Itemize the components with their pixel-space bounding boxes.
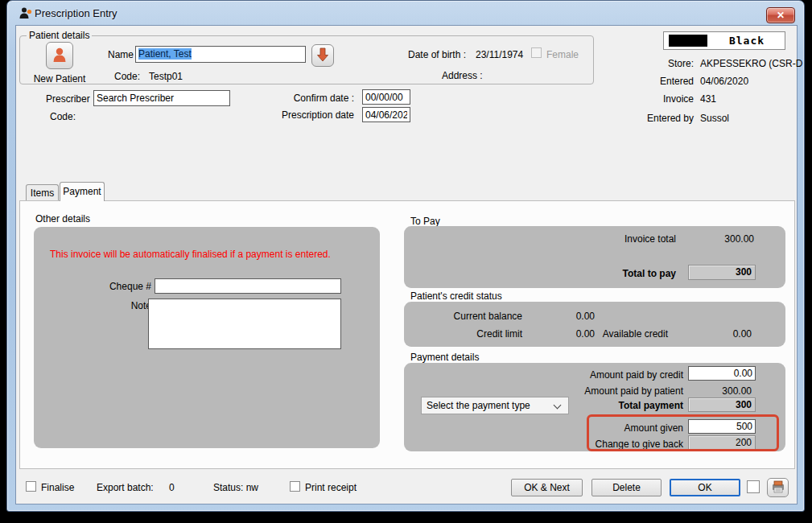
current-balance-value: 0.00 <box>546 311 595 322</box>
code-value: Testp01 <box>149 71 183 82</box>
name-lookup-button[interactable] <box>311 44 334 67</box>
amount-paid-by-patient-label: Amount paid by patient <box>571 385 683 397</box>
change-to-give-back-value: 200 <box>688 435 756 450</box>
payment-type-value: Select the payment type <box>427 400 530 411</box>
change-to-give-back-label: Change to give back <box>571 439 683 450</box>
tab-payment[interactable]: Payment <box>60 182 105 201</box>
other-details-label: Other details <box>35 213 90 224</box>
credit-status-panel <box>404 302 785 347</box>
prescription-date-input[interactable] <box>362 107 410 122</box>
dob-label: Date of birth : <box>408 49 466 60</box>
entered-by-value: Sussol <box>700 113 729 124</box>
current-balance-label: Current balance <box>426 311 522 322</box>
available-credit-value: 0.00 <box>703 328 752 340</box>
confirm-date-input[interactable] <box>362 89 410 105</box>
patient-details-legend: Patient details <box>27 30 92 41</box>
ok-button[interactable]: OK <box>670 479 740 496</box>
prescription-date-label: Prescription date <box>274 109 354 121</box>
amount-paid-by-patient-value: 300.00 <box>703 385 752 397</box>
person-badge-icon <box>19 6 32 20</box>
entered-by-label: Entered by <box>597 113 694 124</box>
export-batch-value: 0 <box>169 482 175 493</box>
amount-paid-by-credit-label: Amount paid by credit <box>571 369 683 381</box>
cheque-input[interactable] <box>155 278 341 294</box>
invoice-total-label: Invoice total <box>579 233 676 245</box>
delete-button[interactable]: Delete <box>591 479 662 496</box>
store-value: AKPESSEKRO (CSR-D PUBLIC) <box>700 58 812 69</box>
prescriber-code-label: Code: <box>50 111 76 122</box>
colour-swatch <box>669 35 707 47</box>
entered-value: 04/06/2020 <box>700 76 748 87</box>
new-patient-label: New Patient <box>31 73 88 84</box>
invoice-label: Invoice <box>597 93 694 105</box>
cheque-label: Cheque # <box>95 281 151 292</box>
invoice-total-value: 300.00 <box>674 233 754 245</box>
close-icon[interactable]: ✕ <box>766 7 795 23</box>
prescriber-input[interactable] <box>93 90 230 106</box>
status-text: Status: nw <box>213 482 258 493</box>
credit-limit-label: Credit limit <box>426 328 522 340</box>
payment-type-select[interactable]: Select the payment type <box>421 397 569 414</box>
title-bar[interactable]: Prescription Entry ✕ <box>7 1 804 25</box>
window-title: Prescription Entry <box>35 7 117 19</box>
amount-given-input[interactable] <box>688 419 756 434</box>
finalise-checkbox[interactable] <box>26 481 36 492</box>
credit-status-label: Patient's credit status <box>410 290 502 302</box>
payment-details-label: Payment details <box>410 352 479 363</box>
code-label: Code: <box>114 71 140 82</box>
person-icon <box>51 46 68 66</box>
female-label: Female <box>546 49 579 60</box>
prescription-entry-window: Prescription Entry ✕ Patient details New… <box>6 0 805 512</box>
print-button[interactable] <box>767 478 789 497</box>
invoice-value: 431 <box>700 93 716 105</box>
address-label: Address : <box>442 70 483 81</box>
export-batch-label: Export batch: <box>97 482 154 493</box>
printer-icon <box>771 480 785 496</box>
colour-name: Black <box>712 35 781 47</box>
female-checkbox[interactable] <box>531 47 542 58</box>
available-credit-label: Available credit <box>587 328 668 340</box>
dialog-body: Patient details New Patient Name Patient… <box>15 25 798 504</box>
finalise-label: Finalise <box>41 482 74 493</box>
total-to-pay-label: Total to pay <box>579 268 676 279</box>
print-toggle-checkbox[interactable] <box>747 480 760 493</box>
total-payment-value: 300 <box>688 397 756 412</box>
note-textarea[interactable] <box>148 299 341 349</box>
down-arrow-icon <box>316 47 329 64</box>
tab-items[interactable]: Items <box>26 184 59 201</box>
name-input[interactable]: Patient, Test <box>135 46 306 63</box>
to-pay-label: To Pay <box>410 216 440 227</box>
chevron-down-icon <box>554 402 562 410</box>
note-label: Note <box>95 300 151 311</box>
print-receipt-checkbox[interactable] <box>290 481 300 492</box>
colour-dropdown[interactable]: Black <box>663 31 785 50</box>
total-to-pay-value: 300 <box>688 265 756 280</box>
amount-paid-by-credit-input[interactable] <box>688 366 756 381</box>
new-patient-button[interactable] <box>46 42 73 69</box>
dob-value: 23/11/1974 <box>476 49 523 60</box>
confirm-date-label: Confirm date : <box>274 93 354 104</box>
print-receipt-label: Print receipt <box>305 482 357 493</box>
name-label: Name <box>108 49 134 60</box>
amount-given-label: Amount given <box>571 422 683 434</box>
store-label: Store: <box>597 58 694 69</box>
ok-next-button[interactable]: OK & Next <box>511 479 583 496</box>
total-payment-label: Total payment <box>571 400 683 411</box>
finalise-warning-text: This invoice will be automatically final… <box>50 249 331 260</box>
entered-label: Entered <box>597 76 694 87</box>
name-value: Patient, Test <box>138 48 192 60</box>
prescriber-label: Prescriber <box>46 93 90 105</box>
